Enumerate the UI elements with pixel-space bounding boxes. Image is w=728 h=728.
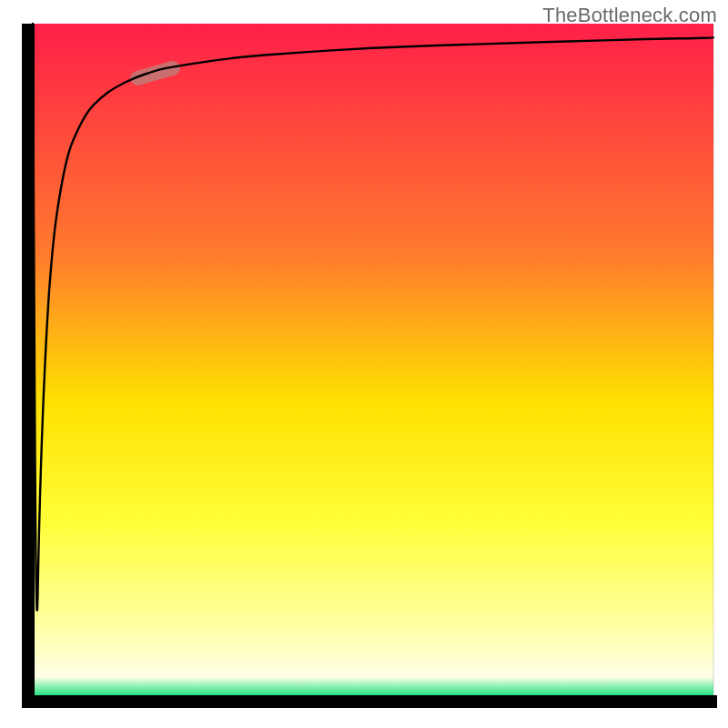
- axis-bottom: [22, 695, 717, 708]
- watermark-label: TheBottleneck.com: [542, 4, 717, 27]
- plot-background: [33, 24, 713, 697]
- chart-svg: [0, 0, 728, 728]
- chart-stage: TheBottleneck.com: [0, 0, 728, 728]
